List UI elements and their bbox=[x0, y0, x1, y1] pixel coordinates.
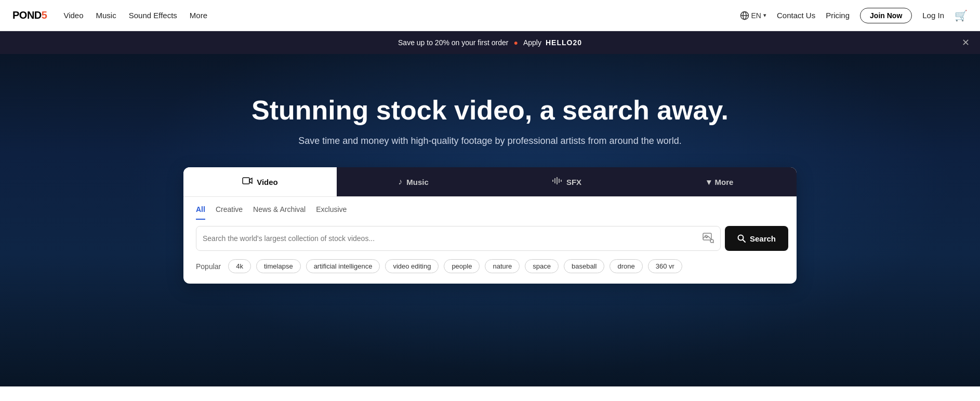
globe-icon bbox=[740, 11, 749, 20]
tag-360vr[interactable]: 360 vr bbox=[648, 259, 682, 273]
promo-banner: Save up to 20% on your first order ● App… bbox=[0, 31, 980, 54]
cart-icon[interactable]: 🛒 bbox=[955, 9, 968, 22]
svg-point-11 bbox=[710, 239, 713, 243]
nav-right: EN ▾ Contact Us Pricing Join Now Log In … bbox=[740, 8, 968, 23]
login-link[interactable]: Log In bbox=[922, 11, 944, 20]
svg-rect-7 bbox=[559, 179, 560, 183]
tab-sfx-label: SFX bbox=[566, 178, 581, 186]
nav-more[interactable]: More bbox=[190, 11, 207, 20]
svg-rect-8 bbox=[561, 180, 562, 182]
hero-content: Stunning stock video, a search away. Sav… bbox=[0, 96, 980, 167]
filter-creative[interactable]: Creative bbox=[216, 205, 243, 220]
promo-text: Save up to 20% on your first order bbox=[398, 38, 508, 47]
search-filters: All Creative News & Archival Exclusive bbox=[183, 197, 797, 220]
tab-video[interactable]: Video bbox=[183, 167, 337, 196]
tag-video-editing[interactable]: video editing bbox=[385, 259, 439, 273]
image-search-icon[interactable] bbox=[703, 232, 714, 246]
promo-code: HELLO20 bbox=[546, 38, 582, 47]
nav-links: Video Music Sound Effects More bbox=[63, 11, 739, 20]
tag-4k[interactable]: 4k bbox=[228, 259, 251, 273]
tag-people[interactable]: people bbox=[444, 259, 480, 273]
search-button-label: Search bbox=[750, 234, 776, 243]
nav-music[interactable]: Music bbox=[96, 11, 116, 20]
filter-news-archival[interactable]: News & Archival bbox=[253, 205, 306, 220]
contact-us-link[interactable]: Contact Us bbox=[777, 11, 815, 20]
video-tab-icon bbox=[242, 177, 253, 187]
search-input-row: Search bbox=[183, 220, 797, 259]
tab-music[interactable]: ♪ Music bbox=[337, 167, 490, 196]
tab-more-label: More bbox=[715, 178, 734, 186]
hero-title: Stunning stock video, a search away. bbox=[10, 96, 970, 125]
search-tabs: Video ♪ Music SFX ▾ bbox=[183, 167, 797, 197]
filter-exclusive[interactable]: Exclusive bbox=[316, 205, 347, 220]
close-banner-button[interactable]: ✕ bbox=[962, 37, 970, 48]
language-selector[interactable]: EN ▾ bbox=[740, 11, 766, 20]
tab-music-label: Music bbox=[406, 178, 429, 186]
search-input[interactable] bbox=[203, 234, 698, 243]
camera-icon bbox=[242, 177, 253, 185]
lang-label: EN bbox=[751, 11, 761, 20]
hero-subtitle: Save time and money with high-quality fo… bbox=[10, 136, 970, 146]
hero-section: Stunning stock video, a search away. Sav… bbox=[0, 54, 980, 386]
svg-line-14 bbox=[743, 240, 745, 243]
svg-rect-6 bbox=[557, 177, 558, 184]
svg-line-12 bbox=[713, 242, 714, 243]
join-now-button[interactable]: Join Now bbox=[860, 8, 912, 23]
music-tab-icon: ♪ bbox=[398, 177, 402, 186]
waveform-icon bbox=[552, 177, 562, 185]
nav-video[interactable]: Video bbox=[63, 11, 83, 20]
tag-artificial-intelligence[interactable]: artificial intelligence bbox=[306, 259, 380, 273]
tab-more[interactable]: ▾ More bbox=[643, 167, 797, 196]
tag-space[interactable]: space bbox=[525, 259, 559, 273]
logo[interactable]: POND5 bbox=[12, 9, 47, 21]
tag-timelapse[interactable]: timelapse bbox=[256, 259, 301, 273]
sfx-tab-icon bbox=[552, 177, 562, 187]
popular-label: Popular bbox=[196, 262, 221, 271]
search-icon bbox=[737, 234, 746, 243]
logo-accent: 5 bbox=[42, 9, 47, 21]
svg-rect-3 bbox=[243, 178, 249, 184]
promo-apply: Apply bbox=[523, 38, 541, 47]
tab-video-label: Video bbox=[257, 178, 278, 186]
navbar: POND5 Video Music Sound Effects More EN … bbox=[0, 0, 980, 31]
popular-tags-row: Popular 4k timelapse artificial intellig… bbox=[183, 259, 797, 284]
search-box: Video ♪ Music SFX ▾ bbox=[183, 167, 797, 284]
svg-rect-5 bbox=[554, 178, 555, 183]
tag-nature[interactable]: nature bbox=[485, 259, 520, 273]
tab-sfx[interactable]: SFX bbox=[490, 167, 643, 196]
filter-all[interactable]: All bbox=[196, 205, 205, 220]
more-chevron-icon: ▾ bbox=[707, 177, 711, 187]
svg-rect-4 bbox=[552, 180, 553, 182]
logo-text: POND bbox=[12, 9, 42, 21]
pricing-link[interactable]: Pricing bbox=[826, 11, 850, 20]
promo-dot: ● bbox=[513, 38, 518, 47]
tag-baseball[interactable]: baseball bbox=[564, 259, 604, 273]
search-input-wrap bbox=[196, 226, 721, 251]
chevron-down-icon: ▾ bbox=[763, 12, 766, 19]
search-button[interactable]: Search bbox=[725, 226, 788, 251]
tag-drone[interactable]: drone bbox=[610, 259, 642, 273]
nav-sound-effects[interactable]: Sound Effects bbox=[129, 11, 177, 20]
